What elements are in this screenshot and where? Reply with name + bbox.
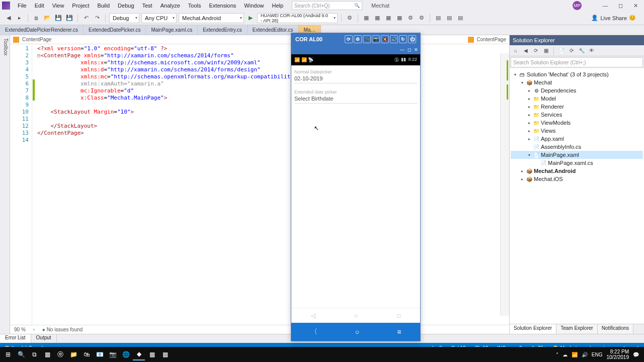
menu-build[interactable]: Build	[94, 2, 113, 10]
tb-icon-4[interactable]: ▦	[384, 14, 393, 23]
out-tab[interactable]: Error List	[0, 334, 31, 343]
explorer-icon[interactable]: 📁	[67, 348, 79, 360]
platform-select[interactable]: Any CPU	[141, 13, 177, 23]
tree-item[interactable]: ▸📄App.xaml	[511, 135, 643, 143]
tree-item[interactable]: 📄MainPage.xaml.cs	[511, 159, 643, 167]
out-tab[interactable]: Output	[31, 334, 57, 343]
menu-project[interactable]: Project	[68, 2, 93, 10]
tb-icon-8[interactable]: ▤	[434, 14, 443, 23]
taskbar-app[interactable]: ▦	[146, 348, 158, 360]
live-share-button[interactable]: 👤 Live Share 😊	[591, 15, 636, 21]
windows-taskbar[interactable]: ⊞ 🔍 ⧉ ▦ ⓔ 📁 🛍 📧 📷 🌐 ◆ ▦ ▦ ˄ ☁ 📶 🔊 ENG 8:…	[0, 347, 644, 362]
tray-wifi-icon[interactable]: 📶	[572, 352, 578, 357]
taskbar-app[interactable]: ▦	[159, 348, 171, 360]
sol-collapse-icon[interactable]: ▦	[542, 47, 550, 55]
ab-back-icon[interactable]: 〈	[310, 327, 317, 336]
tree-item[interactable]: ▸📁Views	[511, 127, 643, 135]
save-all-button[interactable]: 💾	[65, 14, 74, 23]
edge-icon[interactable]: ⓔ	[54, 348, 66, 360]
maximize-button[interactable]: ◻	[614, 1, 627, 11]
zoom-level[interactable]: 90 %	[14, 327, 26, 332]
tree-item[interactable]: ▾📄MainPage.xaml	[511, 151, 643, 159]
save-button[interactable]: 💾	[54, 14, 63, 23]
tray-lang[interactable]: ENG	[592, 352, 603, 357]
back-button[interactable]: ◀	[4, 14, 13, 23]
menu-file[interactable]: File	[14, 2, 30, 10]
minimap[interactable]	[500, 53, 509, 316]
emu-btn-2[interactable]: ⚙	[354, 35, 362, 43]
menu-tools[interactable]: Tools	[185, 2, 205, 10]
emu-btn-8[interactable]: ⏻	[408, 35, 416, 43]
sol-show-all-icon[interactable]: 📄	[557, 47, 566, 55]
nav-back-icon[interactable]: ◁	[311, 312, 315, 319]
solution-tree[interactable]: ▾ 🗃 Solution 'Mechat' (3 of 3 projects) …	[510, 68, 644, 324]
redo-button[interactable]: ↷	[93, 14, 102, 23]
store-icon[interactable]: 🛍	[80, 348, 93, 360]
emu-btn-5[interactable]: 🔇	[381, 35, 389, 43]
tree-toggle[interactable]: ▸	[520, 177, 525, 182]
code-content[interactable]: <?xml version="1.0" encoding="utf-8" ?>⊟…	[35, 44, 509, 325]
emu-btn-6[interactable]: 🔊	[390, 35, 398, 43]
normal-picker-value[interactable]: 02-10-2019	[294, 75, 417, 83]
emu-maximize[interactable]: ◻	[408, 47, 411, 52]
tree-item[interactable]: ▸📁Renderer	[511, 103, 643, 111]
forward-button[interactable]: ▸	[15, 14, 24, 23]
tb-icon-2[interactable]: ▦	[362, 14, 371, 23]
menu-window[interactable]: Window	[240, 2, 267, 10]
tree-toggle[interactable]: ▾	[513, 72, 518, 77]
tray-volume-icon[interactable]: 🔊	[582, 352, 588, 357]
nav-left-combo[interactable]: ContentPage	[22, 37, 51, 42]
ab-menu-icon[interactable]: ≡	[397, 328, 401, 336]
tree-item[interactable]: ▾📦Mechat	[511, 78, 643, 86]
emu-btn-7[interactable]: ↻	[399, 35, 407, 43]
menu-test[interactable]: Test	[139, 2, 156, 10]
sol-back-icon[interactable]: ◀	[522, 47, 530, 55]
tree-toggle[interactable]: ▸	[527, 113, 532, 117]
tree-item[interactable]: ▸📁Services	[511, 111, 643, 119]
tree-item[interactable]: ▸📁Model	[511, 95, 643, 103]
tree-toggle[interactable]: ▸	[527, 137, 532, 141]
sol-home-icon[interactable]: ⌂	[512, 47, 520, 55]
tree-item[interactable]: 📄AssemblyInfo.cs	[511, 143, 643, 151]
device-select[interactable]: HUAWEI COR-AL00 (Android 9.0 - API 28)	[257, 13, 338, 23]
menu-analyze[interactable]: Analyze	[157, 2, 184, 10]
tb-icon-9[interactable]: ▤	[445, 14, 454, 23]
taskbar-app[interactable]: 📧	[94, 348, 106, 360]
tb-icon-7[interactable]: ⚙	[417, 14, 426, 23]
user-avatar[interactable]: MP	[573, 1, 582, 10]
tree-toggle[interactable]: ▸	[520, 169, 525, 173]
task-view-button[interactable]: ⧉	[28, 348, 40, 360]
minimize-button[interactable]: —	[599, 1, 612, 11]
app-content[interactable]: Normal Datepicker 02-10-2019 Extended da…	[291, 65, 420, 308]
open-button[interactable]: 📂	[43, 14, 52, 23]
tree-toggle[interactable]: ▸	[527, 88, 532, 93]
issues-indicator[interactable]: No issues found	[42, 327, 83, 332]
nav-right-combo[interactable]: ContentPage	[477, 37, 506, 42]
doc-tab[interactable]: ExtendedEntry.cs	[198, 25, 248, 35]
tray-up-icon[interactable]: ˄	[556, 352, 558, 357]
taskbar-app[interactable]: 📷	[107, 348, 119, 360]
notifications-icon[interactable]: 💬	[633, 352, 639, 357]
start-button[interactable]: ⊞	[2, 348, 14, 360]
doc-tab[interactable]: ExtendedDatePicker.cs	[84, 25, 146, 35]
sol-preview-icon[interactable]: 👁	[588, 47, 596, 55]
nav-home-icon[interactable]: ○	[354, 312, 358, 319]
tree-toggle[interactable]: ▸	[527, 97, 532, 101]
chrome-icon[interactable]: 🌐	[120, 348, 132, 360]
taskbar-app[interactable]: ▦	[41, 348, 53, 360]
menu-help[interactable]: Help	[268, 2, 287, 10]
search-button[interactable]: 🔍	[15, 348, 27, 360]
emu-close[interactable]: ✕	[414, 47, 418, 52]
undo-button[interactable]: ↶	[82, 14, 91, 23]
startup-select[interactable]: Mechat.Android	[179, 13, 244, 23]
tree-toggle[interactable]: ▸	[527, 129, 532, 133]
system-tray[interactable]: ˄ ☁ 📶 🔊 ENG 8:22 PM 10/2/2019 💬	[556, 349, 642, 360]
toolbox-rail[interactable]: Toolbox	[0, 35, 10, 334]
ab-home-icon[interactable]: ○	[355, 328, 359, 336]
code-editor[interactable]: 1234567891011121314 <?xml version="1.0" …	[10, 44, 509, 325]
tree-toggle[interactable]: ▾	[527, 153, 532, 157]
emu-btn-4[interactable]: 📷	[372, 35, 380, 43]
tree-toggle[interactable]: ▾	[520, 80, 525, 85]
menu-edit[interactable]: Edit	[31, 2, 48, 10]
emu-btn-3[interactable]: 📹	[363, 35, 371, 43]
